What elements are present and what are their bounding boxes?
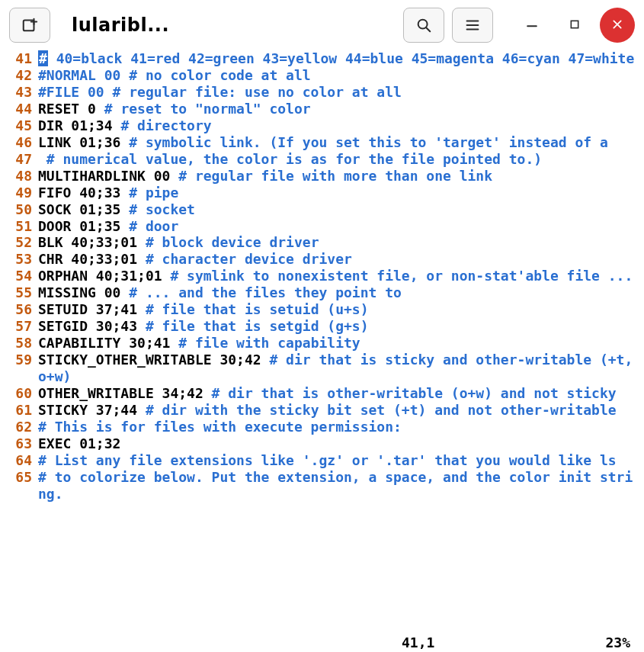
code-text: CAPABILITY 30;41 [38,335,178,351]
line-content[interactable]: #FILE 00 # regular file: use no color at… [38,84,644,101]
line-content[interactable]: STICKY 37;44 # dir with the sticky bit s… [38,402,644,419]
editor-line[interactable]: 49FIFO 40;33 # pipe [0,185,644,201]
hamburger-icon [464,17,481,34]
new-tab-button[interactable] [9,8,50,43]
editor-line[interactable]: 51DOOR 01;35 # door [0,218,644,235]
statusbar: 41,1 23% [0,632,644,652]
line-content[interactable]: # numerical value, the color is as for t… [38,151,644,168]
code-text: STICKY_OTHER_WRITABLE 30;42 [38,352,269,368]
code-text: BLK 40;33;01 [38,234,146,250]
line-number: 61 [0,402,38,419]
editor-line[interactable]: 56SETUID 37;41 # file that is setuid (u+… [0,301,644,318]
line-content[interactable]: STICKY_OTHER_WRITABLE 30;42 # dir that i… [38,352,644,385]
line-content[interactable]: DIR 01;34 # directory [38,117,644,134]
line-number: 65 [0,469,38,486]
comment-text: # file that is setgid (g+s) [146,318,369,334]
maximize-button[interactable] [557,8,592,43]
line-content[interactable]: RESET 0 # reset to "normal" color [38,101,644,117]
line-content[interactable]: # This is for files with execute permiss… [38,419,644,435]
line-number: 63 [0,435,38,452]
line-content[interactable]: SOCK 01;35 # socket [38,201,644,218]
editor-line[interactable]: 55MISSING 00 # ... and the files they po… [0,284,644,301]
editor-line[interactable]: 62# This is for files with execute permi… [0,419,644,435]
line-number: 60 [0,385,38,402]
line-number: 46 [0,134,38,151]
line-content[interactable]: LINK 01;36 # symbolic link. (If you set … [38,134,644,151]
editor-viewport[interactable]: 41# 40=black 41=red 42=green 43=yellow 4… [0,50,644,632]
line-content[interactable]: CHR 40;33;01 # character device driver [38,251,644,268]
line-content[interactable]: # List any file extensions like '.gz' or… [38,452,644,469]
line-number: 54 [0,268,38,284]
code-text: DOOR 01;35 [38,218,129,234]
line-content[interactable]: FIFO 40;33 # pipe [38,185,644,201]
comment-text: # reset to "normal" color [104,101,311,117]
line-content[interactable]: BLK 40;33;01 # block device driver [38,234,644,251]
comment-text: # to colorize below. Put the extension, … [38,469,633,502]
editor-line[interactable]: 45DIR 01;34 # directory [0,117,644,134]
close-button[interactable] [600,8,635,43]
line-number: 55 [0,284,38,301]
editor-line[interactable]: 50SOCK 01;35 # socket [0,201,644,218]
code-text: SOCK 01;35 [38,201,129,217]
comment-text: # regular file with more than one link [178,168,492,184]
comment-text: # directory [120,117,211,133]
line-number: 47 [0,151,38,168]
line-content[interactable]: SETUID 37;41 # file that is setuid (u+s) [38,301,644,318]
search-button[interactable] [403,8,444,43]
editor-line[interactable]: 54ORPHAN 40;31;01 # symlink to nonexiste… [0,268,644,284]
code-text: DIR 01;34 [38,117,120,133]
line-number: 48 [0,168,38,185]
editor-line[interactable]: 46LINK 01;36 # symbolic link. (If you se… [0,134,644,151]
editor-line[interactable]: 57SETGID 30;43 # file that is setgid (g+… [0,318,644,335]
line-content[interactable]: ORPHAN 40;31;01 # symlink to nonexistent… [38,268,644,284]
code-text [38,151,46,167]
editor-line[interactable]: 44RESET 0 # reset to "normal" color [0,101,644,117]
editor-line[interactable]: 59STICKY_OTHER_WRITABLE 30;42 # dir that… [0,352,644,385]
titlebar: lularibl... [0,0,644,50]
editor-line[interactable]: 60OTHER_WRITABLE 34;42 # dir that is oth… [0,385,644,402]
svg-rect-9 [571,21,578,27]
line-content[interactable]: MISSING 00 # ... and the files they poin… [38,284,644,301]
editor-line[interactable]: 43#FILE 00 # regular file: use no color … [0,84,644,101]
code-text: MISSING 00 [38,284,129,300]
line-content[interactable]: # 40=black 41=red 42=green 43=yellow 44=… [38,50,644,67]
line-content[interactable]: EXEC 01;32 [38,435,644,452]
editor-line[interactable]: 52BLK 40;33;01 # block device driver [0,234,644,251]
line-content[interactable]: DOOR 01;35 # door [38,218,644,235]
line-number: 53 [0,251,38,268]
line-number: 59 [0,352,38,368]
line-content[interactable]: SETGID 30;43 # file that is setgid (g+s) [38,318,644,335]
minimize-button[interactable] [514,8,549,43]
line-content[interactable]: MULTIHARDLINK 00 # regular file with mor… [38,168,644,185]
code-text: LINK 01;36 [38,134,129,150]
line-content[interactable]: OTHER_WRITABLE 34;42 # dir that is other… [38,385,644,402]
line-content[interactable]: # to colorize below. Put the extension, … [38,469,644,503]
editor-line[interactable]: 41# 40=black 41=red 42=green 43=yellow 4… [0,50,644,67]
code-text: EXEC 01;32 [38,435,120,451]
editor-line[interactable]: 65# to colorize below. Put the extension… [0,469,644,503]
line-number: 45 [0,117,38,134]
comment-text: # This is for files with execute permiss… [38,419,402,435]
status-position: 41,1 [402,634,569,650]
editor-line[interactable]: 58CAPABILITY 30;41 # file with capabilit… [0,335,644,352]
editor-line[interactable]: 64# List any file extensions like '.gz' … [0,452,644,469]
line-content[interactable]: #NORMAL 00 # no color code at all [38,67,644,84]
comment-text: # pipe [129,185,178,201]
search-icon [415,17,432,34]
editor-line[interactable]: 61STICKY 37;44 # dir with the sticky bit… [0,402,644,419]
menu-button[interactable] [452,8,493,43]
comment-text: # dir with the sticky bit set (+t) and n… [146,402,617,418]
editor-line[interactable]: 63EXEC 01;32 [0,435,644,452]
editor-line[interactable]: 42#NORMAL 00 # no color code at all [0,67,644,84]
editor-line[interactable]: 47 # numerical value, the color is as fo… [0,151,644,168]
comment-text: # numerical value, the color is as for t… [46,151,542,167]
new-tab-icon [21,17,38,34]
editor-line[interactable]: 48MULTIHARDLINK 00 # regular file with m… [0,168,644,185]
line-number: 56 [0,301,38,318]
comment-text: # door [129,218,178,234]
editor-line[interactable]: 53CHR 40;33;01 # character device driver [0,251,644,268]
line-content[interactable]: CAPABILITY 30;41 # file with capability [38,335,644,352]
line-number: 62 [0,419,38,435]
code-text: SETUID 37;41 [38,301,146,317]
code-text: MULTIHARDLINK 00 [38,168,178,184]
